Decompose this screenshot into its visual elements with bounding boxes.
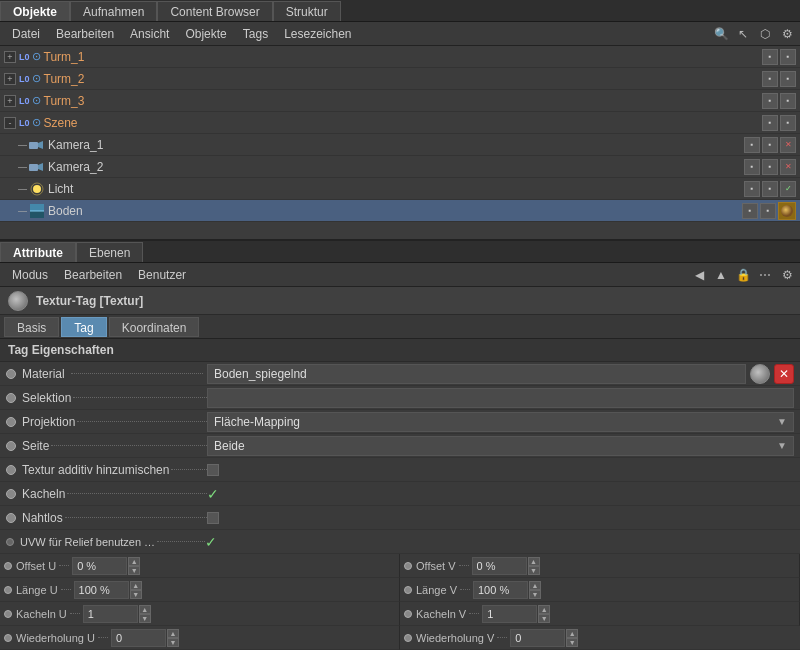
prop-dot-seite[interactable] — [6, 441, 16, 451]
spin-up-icon[interactable]: ▲ — [566, 629, 578, 638]
tag-dot2[interactable]: ▪ — [780, 93, 796, 109]
object-row-kamera1[interactable]: — Kamera_1 ▪ ▪ ✕ — [0, 134, 800, 156]
spin-up-icon[interactable]: ▲ — [130, 581, 142, 590]
num-input-laenge-v[interactable] — [473, 581, 528, 599]
menu-objekte[interactable]: Objekte — [177, 25, 234, 43]
arrow-icon[interactable]: ↖ — [734, 25, 752, 43]
spin-down-icon[interactable]: ▼ — [130, 590, 142, 599]
nav-icon[interactable]: ⬡ — [756, 25, 774, 43]
attr-menu-bearbeiten[interactable]: Bearbeiten — [56, 266, 130, 284]
tag-dot2[interactable]: ▪ — [762, 159, 778, 175]
expand-turm3[interactable]: + — [4, 95, 16, 107]
lock-icon[interactable]: 🔒 — [734, 266, 752, 284]
tag-dot2[interactable]: ▪ — [780, 115, 796, 131]
tag-dot1[interactable]: ▪ — [762, 93, 778, 109]
tab-objekte[interactable]: Objekte — [0, 1, 70, 21]
arrow-left-icon[interactable]: ◀ — [690, 266, 708, 284]
expand-turm2[interactable]: + — [4, 73, 16, 85]
object-row-turm2[interactable]: + L0 ⊙ Turm_2 ▪ ▪ — [0, 68, 800, 90]
search-icon[interactable]: 🔍 — [712, 25, 730, 43]
tag-dot1[interactable]: ▪ — [742, 203, 758, 219]
tag-texture[interactable] — [778, 202, 796, 220]
settings-icon[interactable]: ⚙ — [778, 25, 796, 43]
tag-x[interactable]: ✕ — [780, 159, 796, 175]
tag-dot2[interactable]: ▪ — [762, 137, 778, 153]
prop-dot-kacheln[interactable] — [6, 489, 16, 499]
material-remove-btn[interactable]: ✕ — [774, 364, 794, 384]
subtab-koordinaten[interactable]: Koordinaten — [109, 317, 200, 337]
tag-dot1[interactable]: ▪ — [762, 49, 778, 65]
spin-up-icon[interactable]: ▲ — [528, 557, 540, 566]
num-input-kacheln-v[interactable] — [482, 605, 537, 623]
tag-dot1[interactable]: ▪ — [762, 71, 778, 87]
spin-down-icon[interactable]: ▼ — [566, 638, 578, 647]
arrow-up-icon[interactable]: ▲ — [712, 266, 730, 284]
expand-turm1[interactable]: + — [4, 51, 16, 63]
tag-dot1[interactable]: ▪ — [744, 181, 760, 197]
attr-menu-benutzer[interactable]: Benutzer — [130, 266, 194, 284]
object-row-kamera2[interactable]: — Kamera_2 ▪ ▪ ✕ — [0, 156, 800, 178]
num-input-wiederholung-u[interactable] — [111, 629, 166, 647]
tag-dot1[interactable]: ▪ — [744, 137, 760, 153]
tag-dot2[interactable]: ▪ — [762, 181, 778, 197]
spin-down-icon[interactable]: ▼ — [528, 566, 540, 575]
menu-bearbeiten[interactable]: Bearbeiten — [48, 25, 122, 43]
spin-down-icon[interactable]: ▼ — [529, 590, 541, 599]
spin-down-icon[interactable]: ▼ — [167, 638, 179, 647]
nahtlos-checkbox[interactable] — [207, 512, 219, 524]
tab-content-browser[interactable]: Content Browser — [157, 1, 272, 21]
spin-up-icon[interactable]: ▲ — [167, 629, 179, 638]
tag-dot1[interactable]: ▪ — [762, 115, 778, 131]
num-input-kacheln-u[interactable] — [83, 605, 138, 623]
num-dot-offset-u[interactable] — [4, 562, 12, 570]
num-dot-kacheln-u[interactable] — [4, 610, 12, 618]
prop-dot-nahtlos[interactable] — [6, 513, 16, 523]
tag-dot2[interactable]: ▪ — [780, 49, 796, 65]
selektion-input[interactable] — [207, 388, 794, 408]
spin-up-icon[interactable]: ▲ — [538, 605, 550, 614]
settings2-icon[interactable]: ⚙ — [778, 266, 796, 284]
num-dot-laenge-v[interactable] — [404, 586, 412, 594]
material-sphere-btn[interactable] — [750, 364, 770, 384]
num-dot-laenge-u[interactable] — [4, 586, 12, 594]
spin-down-icon[interactable]: ▼ — [139, 614, 151, 623]
prop-dot-uvw[interactable] — [6, 538, 14, 546]
num-input-wiederholung-v[interactable] — [510, 629, 565, 647]
num-dot-offset-v[interactable] — [404, 562, 412, 570]
menu-datei[interactable]: Datei — [4, 25, 48, 43]
tab-attribute[interactable]: Attribute — [0, 242, 76, 262]
prop-dot-projektion[interactable] — [6, 417, 16, 427]
num-input-offset-u[interactable] — [72, 557, 127, 575]
tag-x[interactable]: ✕ — [780, 137, 796, 153]
object-row-turm1[interactable]: + L0 ⊙ Turm_1 ▪ ▪ — [0, 46, 800, 68]
subtab-basis[interactable]: Basis — [4, 317, 59, 337]
expand-szene[interactable]: - — [4, 117, 16, 129]
seite-dropdown[interactable]: Beide ▼ — [207, 436, 794, 456]
projektion-dropdown[interactable]: Fläche-Mapping ▼ — [207, 412, 794, 432]
prop-dot-material[interactable] — [6, 369, 16, 379]
tab-aufnahmen[interactable]: Aufnahmen — [70, 1, 157, 21]
object-row-licht[interactable]: — Licht ▪ ▪ ✓ — [0, 178, 800, 200]
num-dot-wiederholung-u[interactable] — [4, 634, 12, 642]
tag-dot1[interactable]: ▪ — [744, 159, 760, 175]
spin-up-icon[interactable]: ▲ — [128, 557, 140, 566]
spin-up-icon[interactable]: ▲ — [529, 581, 541, 590]
object-row-szene[interactable]: - L0 ⊙ Szene ▪ ▪ — [0, 112, 800, 134]
menu-tags[interactable]: Tags — [235, 25, 276, 43]
menu-lesezeichen[interactable]: Lesezeichen — [276, 25, 359, 43]
dots-icon[interactable]: ⋯ — [756, 266, 774, 284]
spin-up-icon[interactable]: ▲ — [139, 605, 151, 614]
num-input-offset-v[interactable] — [472, 557, 527, 575]
material-input[interactable]: Boden_spiegelnd — [207, 364, 746, 384]
spin-down-icon[interactable]: ▼ — [538, 614, 550, 623]
menu-ansicht[interactable]: Ansicht — [122, 25, 177, 43]
tab-ebenen[interactable]: Ebenen — [76, 242, 143, 262]
object-row-turm3[interactable]: + L0 ⊙ Turm_3 ▪ ▪ — [0, 90, 800, 112]
tag-dot2[interactable]: ▪ — [760, 203, 776, 219]
spin-down-icon[interactable]: ▼ — [128, 566, 140, 575]
tag-dot2[interactable]: ▪ — [780, 71, 796, 87]
prop-dot-selektion[interactable] — [6, 393, 16, 403]
object-row-boden[interactable]: — Boden ▪ ▪ — [0, 200, 800, 222]
tag-check[interactable]: ✓ — [780, 181, 796, 197]
tab-struktur[interactable]: Struktur — [273, 1, 341, 21]
